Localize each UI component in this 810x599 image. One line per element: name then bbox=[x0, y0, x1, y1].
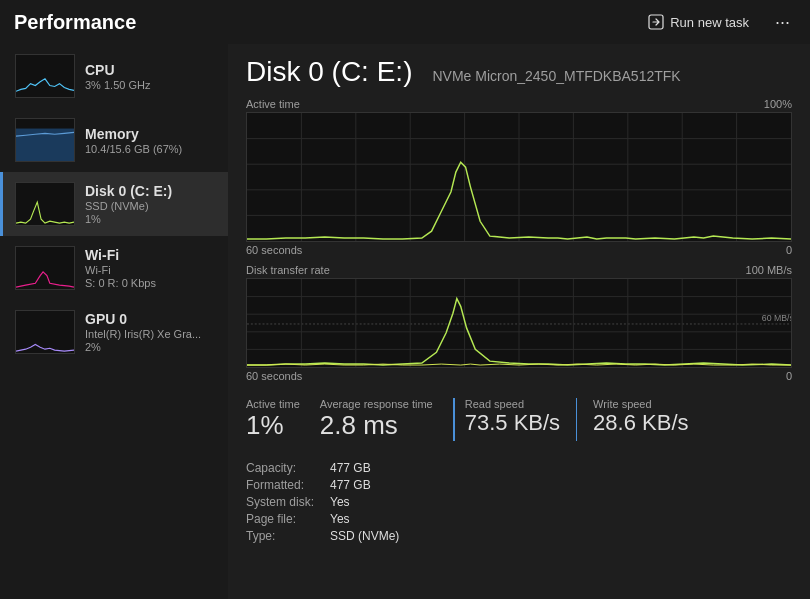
capacity-key: Capacity: bbox=[246, 461, 314, 475]
formatted-key: Formatted: bbox=[246, 478, 314, 492]
wifi-sub2: S: 0 R: 0 Kbps bbox=[85, 277, 156, 289]
wifi-mini-graph bbox=[15, 246, 75, 290]
gpu-info: GPU 0 Intel(R) Iris(R) Xe Gra... 2% bbox=[85, 311, 201, 353]
disk-mini-graph bbox=[15, 182, 75, 226]
run-new-task-button[interactable]: Run new task bbox=[640, 10, 757, 34]
capacity-val: 477 GB bbox=[330, 461, 399, 475]
system-disk-key: System disk: bbox=[246, 495, 314, 509]
read-speed-value: 73.5 KB/s bbox=[465, 410, 560, 436]
active-time-section: Active time 100% bbox=[246, 98, 792, 256]
svg-text:60 MB/s: 60 MB/s bbox=[762, 313, 791, 323]
write-speed-block: Write speed 28.6 KB/s bbox=[593, 398, 688, 441]
disk-sub2: 1% bbox=[85, 213, 172, 225]
active-time-60s: 60 seconds bbox=[246, 244, 302, 256]
wifi-sub1: Wi-Fi bbox=[85, 264, 156, 276]
active-time-label: Active time bbox=[246, 98, 300, 110]
type-val: SSD (NVMe) bbox=[330, 529, 399, 543]
wifi-name: Wi-Fi bbox=[85, 247, 156, 263]
titlebar-actions: Run new task ··· bbox=[640, 10, 796, 35]
transfer-rate-label: Disk transfer rate bbox=[246, 264, 330, 276]
content-header: Disk 0 (C: E:) NVMe Micron_2450_MTFDKBA5… bbox=[246, 56, 792, 88]
main-layout: CPU 3% 1.50 GHz Memory 10.4/15.6 GB (67%… bbox=[0, 44, 810, 599]
active-time-chart bbox=[246, 112, 792, 242]
info-grid: Capacity: 477 GB Formatted: 477 GB Syste… bbox=[246, 461, 399, 543]
read-speed-block: Read speed 73.5 KB/s bbox=[465, 398, 560, 441]
cpu-sub: 3% 1.50 GHz bbox=[85, 79, 150, 91]
run-new-task-label: Run new task bbox=[670, 15, 749, 30]
gpu-name: GPU 0 bbox=[85, 311, 201, 327]
avg-response-value: 2.8 ms bbox=[320, 410, 433, 441]
sidebar-item-memory[interactable]: Memory 10.4/15.6 GB (67%) bbox=[0, 108, 228, 172]
read-speed-label: Read speed bbox=[465, 398, 560, 410]
more-options-button[interactable]: ··· bbox=[769, 10, 796, 35]
write-speed-value: 28.6 KB/s bbox=[593, 410, 688, 436]
active-time-time-row: 60 seconds 0 bbox=[246, 244, 792, 256]
page-file-key: Page file: bbox=[246, 512, 314, 526]
transfer-rate-max: 100 MB/s bbox=[746, 264, 792, 276]
type-key: Type: bbox=[246, 529, 314, 543]
active-time-stat: Active time 1% bbox=[246, 398, 300, 441]
sidebar-item-disk0[interactable]: Disk 0 (C: E:) SSD (NVMe) 1% bbox=[0, 172, 228, 236]
app-title: Performance bbox=[14, 11, 136, 34]
rw-separator bbox=[576, 398, 577, 441]
system-disk-val: Yes bbox=[330, 495, 399, 509]
disk-title: Disk 0 (C: E:) bbox=[246, 56, 412, 88]
page-file-val: Yes bbox=[330, 512, 399, 526]
rw-speeds: Read speed 73.5 KB/s Write speed 28.6 KB… bbox=[453, 398, 705, 441]
memory-sub: 10.4/15.6 GB (67%) bbox=[85, 143, 182, 155]
transfer-rate-time-row: 60 seconds 0 bbox=[246, 370, 792, 382]
avg-response-stat: Average response time 2.8 ms bbox=[320, 398, 433, 441]
disk-sub1: SSD (NVMe) bbox=[85, 200, 172, 212]
sidebar-item-cpu[interactable]: CPU 3% 1.50 GHz bbox=[0, 44, 228, 108]
formatted-val: 477 GB bbox=[330, 478, 399, 492]
active-time-stat-value: 1% bbox=[246, 410, 300, 441]
memory-info: Memory 10.4/15.6 GB (67%) bbox=[85, 126, 182, 155]
sidebar-item-wifi[interactable]: Wi-Fi Wi-Fi S: 0 R: 0 Kbps bbox=[0, 236, 228, 300]
avg-response-label: Average response time bbox=[320, 398, 433, 410]
sidebar-item-gpu0[interactable]: GPU 0 Intel(R) Iris(R) Xe Gra... 2% bbox=[0, 300, 228, 364]
main-content: Disk 0 (C: E:) NVMe Micron_2450_MTFDKBA5… bbox=[228, 44, 810, 599]
active-time-svg bbox=[247, 113, 791, 241]
disk-model: NVMe Micron_2450_MTFDKBA512TFK bbox=[432, 68, 680, 84]
titlebar: Performance Run new task ··· bbox=[0, 0, 810, 44]
active-time-stat-label: Active time bbox=[246, 398, 300, 410]
wifi-info: Wi-Fi Wi-Fi S: 0 R: 0 Kbps bbox=[85, 247, 156, 289]
sidebar: CPU 3% 1.50 GHz Memory 10.4/15.6 GB (67%… bbox=[0, 44, 228, 599]
transfer-rate-svg: 60 MB/s bbox=[247, 279, 791, 367]
gpu-sub2: 2% bbox=[85, 341, 201, 353]
transfer-rate-section: Disk transfer rate 100 MB/s 60 MB/s bbox=[246, 264, 792, 382]
disk-info: Disk 0 (C: E:) SSD (NVMe) 1% bbox=[85, 183, 172, 225]
stats-row: Active time 1% Average response time 2.8… bbox=[246, 398, 792, 543]
gpu-sub1: Intel(R) Iris(R) Xe Gra... bbox=[85, 328, 201, 340]
write-speed-label: Write speed bbox=[593, 398, 688, 410]
memory-name: Memory bbox=[85, 126, 182, 142]
transfer-rate-chart: 60 MB/s bbox=[246, 278, 792, 368]
cpu-info: CPU 3% 1.50 GHz bbox=[85, 62, 150, 91]
active-time-label-row: Active time 100% bbox=[246, 98, 792, 110]
disk-name: Disk 0 (C: E:) bbox=[85, 183, 172, 199]
active-time-max: 100% bbox=[764, 98, 792, 110]
more-icon: ··· bbox=[775, 12, 790, 32]
cpu-name: CPU bbox=[85, 62, 150, 78]
memory-mini-graph bbox=[15, 118, 75, 162]
cpu-mini-graph bbox=[15, 54, 75, 98]
active-time-0: 0 bbox=[786, 244, 792, 256]
run-task-icon bbox=[648, 14, 664, 30]
transfer-rate-60s: 60 seconds bbox=[246, 370, 302, 382]
transfer-rate-label-row: Disk transfer rate 100 MB/s bbox=[246, 264, 792, 276]
gpu-mini-graph bbox=[15, 310, 75, 354]
transfer-rate-0: 0 bbox=[786, 370, 792, 382]
